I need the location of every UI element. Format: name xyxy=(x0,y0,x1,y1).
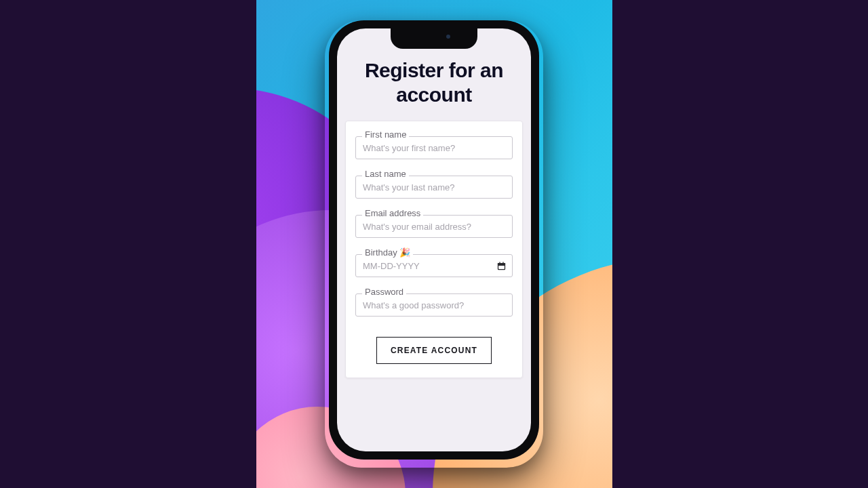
password-label: Password xyxy=(362,287,406,297)
last-name-field-wrap: Last name xyxy=(355,176,513,199)
svg-rect-2 xyxy=(498,265,505,268)
first-name-field-wrap: First name xyxy=(355,136,513,159)
password-input[interactable] xyxy=(355,293,513,317)
birthday-input[interactable]: MM-DD-YYYY xyxy=(355,254,513,277)
email-input[interactable] xyxy=(355,215,513,238)
svg-rect-3 xyxy=(499,262,500,264)
birthday-label: Birthday 🎉 xyxy=(362,247,413,258)
create-account-button[interactable]: CREATE ACCOUNT xyxy=(376,337,492,364)
last-name-label: Last name xyxy=(362,169,409,179)
phone-notch xyxy=(391,28,477,49)
register-form-card: First name Last name Email address Birth… xyxy=(345,121,523,378)
wallpaper-stage: Register for an account First name Last … xyxy=(256,0,612,488)
submit-row: CREATE ACCOUNT xyxy=(355,337,513,364)
last-name-input[interactable] xyxy=(355,176,513,199)
phone-frame: Register for an account First name Last … xyxy=(329,20,539,460)
page-title: Register for an account xyxy=(337,58,531,107)
svg-rect-4 xyxy=(502,262,503,264)
password-field-wrap: Password xyxy=(355,293,513,317)
phone-screen: Register for an account First name Last … xyxy=(337,28,531,451)
email-field-wrap: Email address xyxy=(355,215,513,238)
svg-rect-1 xyxy=(498,263,505,265)
calendar-icon[interactable] xyxy=(496,261,507,271)
birthday-placeholder: MM-DD-YYYY xyxy=(363,261,420,271)
first-name-label: First name xyxy=(362,129,409,140)
email-label: Email address xyxy=(362,208,423,218)
first-name-input[interactable] xyxy=(355,136,513,159)
screen-content: Register for an account First name Last … xyxy=(337,28,531,451)
birthday-field-wrap: Birthday 🎉 MM-DD-YYYY xyxy=(355,254,513,277)
